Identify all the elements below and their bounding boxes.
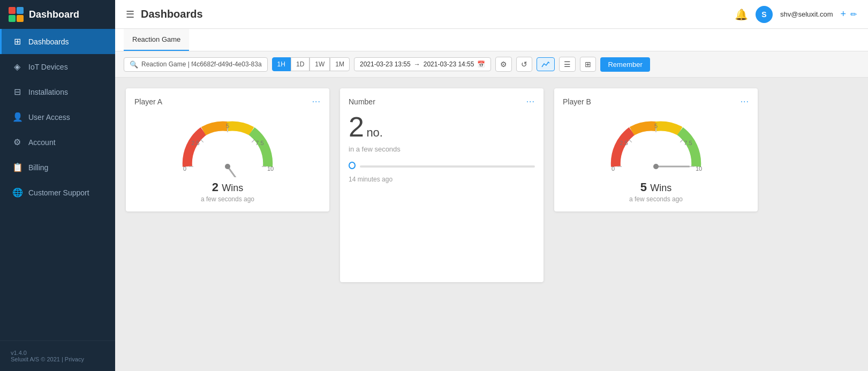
number-time: 14 minutes ago <box>349 176 535 183</box>
svg-text:2.5: 2.5 <box>620 140 628 146</box>
value-number: 5 <box>640 180 647 194</box>
widget-title: Player A <box>134 97 162 106</box>
user-email[interactable]: shv@seluxit.com <box>780 10 833 18</box>
arrow-icon: → <box>414 60 420 68</box>
needle-pivot <box>653 164 659 169</box>
search-box[interactable]: 🔍 Reaction Game | f4c6682f-d49d-4e03-83a <box>124 57 268 72</box>
svg-text:7.5: 7.5 <box>684 140 692 146</box>
sidebar-item-billing[interactable]: 📋 Billing <box>0 155 115 180</box>
widget-area: Player A ··· <box>115 78 868 371</box>
date-range-picker[interactable]: 2021-03-23 13:55 → 2021-03-23 14:55 📅 <box>354 57 492 71</box>
svg-line-14 <box>680 139 683 142</box>
calendar-icon: 📅 <box>477 60 485 68</box>
number-content: 2 no. in a few seconds 14 minutes ago <box>349 113 535 274</box>
tabs-bar: Reaction Game <box>115 29 868 51</box>
account-icon: ⚙ <box>12 137 22 147</box>
edit-dashboard-button[interactable]: ✏ <box>850 9 857 20</box>
value-label: Wins <box>650 183 671 193</box>
widget-title: Number <box>349 97 375 106</box>
svg-line-10 <box>228 166 247 177</box>
header: ☰ Dashboards 🔔 S shv@seluxit.com + ✏ <box>115 0 868 29</box>
sidebar-item-dashboards[interactable]: ⊞ Dashboards <box>0 29 115 54</box>
sidebar-item-account[interactable]: ⚙ Account <box>0 130 115 155</box>
user-icon: 👤 <box>12 112 22 122</box>
refresh-button[interactable]: ↺ <box>516 57 532 72</box>
settings-button[interactable]: ⚙ <box>495 57 512 72</box>
sidebar-item-installations[interactable]: ⊟ Installations <box>0 79 115 104</box>
sidebar: Dashboard ⊞ Dashboards ◈ IoT Devices ⊟ I… <box>0 0 115 371</box>
installations-icon: ⊟ <box>12 87 22 97</box>
needle <box>228 166 247 177</box>
player-a-widget: Player A ··· <box>126 88 329 211</box>
add-dashboard-button[interactable]: + <box>840 9 846 20</box>
hamburger-icon[interactable]: ☰ <box>126 9 134 20</box>
bell-icon[interactable]: 🔔 <box>735 8 748 21</box>
sidebar-item-label: IoT Devices <box>28 63 68 71</box>
svg-text:7.5: 7.5 <box>255 140 263 146</box>
time-1w-button[interactable]: 1W <box>310 57 330 71</box>
gauge-container: 0 2.5 5 7.5 10 5 Wins a few seconds ago <box>563 113 749 203</box>
sidebar-item-label: Installations <box>28 88 68 96</box>
number-value: 2 <box>349 111 364 142</box>
gauge-value: 2 Wins <box>212 180 243 194</box>
copyright: Seluxit A/S © 2021 | Privacy <box>11 356 104 362</box>
header-right: 🔔 S shv@seluxit.com + ✏ <box>735 6 857 23</box>
gauge-svg: 0 2.5 5 7.5 10 <box>174 113 281 177</box>
player-b-widget: Player B ··· 0 2.5 5 7.5 <box>554 88 758 211</box>
line-chart-button[interactable] <box>537 57 555 71</box>
list-view-button[interactable]: ☰ <box>559 57 576 72</box>
sidebar-item-label: Account <box>28 138 56 147</box>
value-label: Wins <box>222 183 243 193</box>
avatar[interactable]: S <box>756 6 773 23</box>
svg-text:5: 5 <box>226 123 229 129</box>
logo-icon <box>9 7 24 22</box>
progress-bar <box>360 165 535 168</box>
header-action-buttons: + ✏ <box>840 9 857 20</box>
time-1d-button[interactable]: 1D <box>291 57 310 71</box>
support-icon: 🌐 <box>12 187 22 198</box>
tab-reaction-game[interactable]: Reaction Game <box>124 29 189 51</box>
gauge-time: a few seconds ago <box>201 195 254 203</box>
header-left: ☰ Dashboards <box>126 8 203 20</box>
sidebar-item-label: Customer Support <box>28 188 89 197</box>
svg-text:2.5: 2.5 <box>191 140 199 146</box>
svg-text:0: 0 <box>612 165 615 172</box>
tab-label: Reaction Game <box>132 35 180 43</box>
sidebar-item-user-access[interactable]: 👤 User Access <box>0 104 115 130</box>
table-view-button[interactable]: ⊞ <box>580 57 596 72</box>
widget-menu-button[interactable]: ··· <box>741 97 749 107</box>
sidebar-footer: v1.4.0 Seluxit A/S © 2021 | Privacy <box>0 340 115 371</box>
sidebar-item-label: Billing <box>28 163 48 172</box>
svg-text:5: 5 <box>654 123 658 129</box>
main-content: ☰ Dashboards 🔔 S shv@seluxit.com + ✏ Rea… <box>115 0 868 371</box>
svg-line-3 <box>252 139 255 142</box>
number-subtitle: in a few seconds <box>349 145 535 153</box>
value-number: 2 <box>212 180 218 194</box>
number-display: 2 no. <box>349 113 535 141</box>
gauge-value: 5 Wins <box>640 180 671 194</box>
sidebar-nav: ⊞ Dashboards ◈ IoT Devices ⊟ Installatio… <box>0 29 115 340</box>
sidebar-logo: Dashboard <box>0 0 115 29</box>
widget-header: Player B ··· <box>563 97 749 107</box>
widget-menu-button[interactable]: ··· <box>526 97 535 107</box>
search-icon: 🔍 <box>130 60 138 69</box>
logo-text: Dashboard <box>29 9 79 20</box>
sidebar-item-customer-support[interactable]: 🌐 Customer Support <box>0 180 115 205</box>
needle-pivot <box>225 164 230 169</box>
number-unit: no. <box>366 126 383 139</box>
status-circle <box>349 162 356 169</box>
remember-button[interactable]: Remember <box>600 57 650 72</box>
sidebar-item-iot-devices[interactable]: ◈ IoT Devices <box>0 54 115 79</box>
page-title: Dashboards <box>141 8 203 20</box>
date-from: 2021-03-23 13:55 <box>360 60 411 68</box>
search-value: Reaction Game | f4c6682f-d49d-4e03-83a <box>141 60 262 68</box>
line-chart-icon <box>541 60 550 68</box>
widget-title: Player B <box>563 97 591 106</box>
dashboards-icon: ⊞ <box>12 36 22 47</box>
iot-icon: ◈ <box>12 62 22 72</box>
time-1m-button[interactable]: 1M <box>330 57 350 71</box>
toolbar: 🔍 Reaction Game | f4c6682f-d49d-4e03-83a… <box>115 51 868 78</box>
time-1h-button[interactable]: 1H <box>272 57 291 71</box>
widget-menu-button[interactable]: ··· <box>312 97 321 107</box>
version: v1.4.0 <box>11 350 104 356</box>
